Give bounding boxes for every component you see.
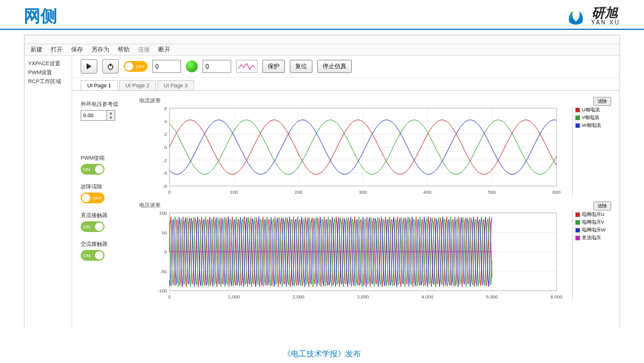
logo-icon: [565, 5, 587, 27]
legend-item: 电网电压V: [575, 218, 611, 226]
sparkline-icon[interactable]: [236, 60, 257, 73]
svg-text:2,000: 2,000: [292, 294, 305, 300]
svg-text:4: 4: [164, 119, 167, 124]
status-led: [186, 60, 198, 72]
svg-text:0: 0: [164, 249, 167, 255]
brand-en: YAN XU: [591, 20, 621, 26]
svg-text:4,000: 4,000: [421, 294, 434, 300]
svg-text:-6: -6: [162, 184, 167, 189]
svg-text:500: 500: [488, 190, 496, 195]
footer-text: 《电工技术学报》发布: [0, 349, 644, 359]
current-chart: 电流波形 0100200300400500600-6-4-20246 清除 U相…: [139, 97, 611, 198]
spinner-down-icon[interactable]: ▼: [107, 115, 115, 120]
svg-text:6,000: 6,000: [550, 294, 563, 300]
ref-voltage-label: 外环电压参考值: [81, 100, 132, 108]
sidebar-item-rcp[interactable]: RCP工作区域: [28, 77, 68, 86]
svg-text:3,000: 3,000: [357, 294, 369, 300]
voltage-clear-button[interactable]: 清除: [593, 202, 611, 211]
play-button[interactable]: [81, 59, 97, 74]
legend-item: V相电流: [575, 114, 611, 121]
svg-text:300: 300: [359, 190, 367, 195]
svg-text:200: 200: [295, 190, 303, 195]
pwm-enable-toggle[interactable]: ON: [81, 164, 105, 175]
power-button[interactable]: [102, 59, 119, 74]
protect-button[interactable]: 保护: [262, 60, 285, 73]
legend-item: 电网电压W: [575, 226, 611, 234]
menu-new[interactable]: 新建: [30, 45, 42, 54]
pwm-enable-label: PWM使能: [81, 154, 132, 162]
voltage-chart-title: 电压波形: [139, 202, 573, 209]
toolbar-num2[interactable]: 0: [203, 60, 231, 73]
sidebar: YXPACE设置 PWM设置 RCP工作区域: [24, 56, 72, 328]
window-titlebar: [24, 35, 620, 44]
legend-item: 直流电压: [575, 234, 611, 242]
svg-point-0: [571, 12, 573, 14]
toolbar: OFF 0 0 保护 复位 停止仿真: [72, 56, 620, 78]
svg-text:0: 0: [168, 190, 171, 195]
current-chart-title: 电流波形: [139, 97, 573, 105]
ref-voltage-input[interactable]: ▲▼: [81, 110, 115, 121]
sidebar-item-pwm[interactable]: PWM设置: [28, 68, 68, 77]
svg-text:400: 400: [424, 190, 432, 195]
menu-open[interactable]: 打开: [51, 45, 63, 54]
tab-page1[interactable]: UI Page 1: [81, 80, 118, 90]
legend-item: 电网电压U: [575, 211, 611, 218]
menu-saveas[interactable]: 另存为: [91, 45, 109, 54]
reset-button[interactable]: 复位: [290, 60, 312, 73]
svg-text:6: 6: [164, 106, 167, 111]
svg-text:100: 100: [230, 190, 238, 195]
menu-help[interactable]: 帮助: [118, 45, 130, 54]
app-window: 新建 打开 保存 另存为 帮助 连接 断开 YXPACE设置 PWM设置 RCP…: [24, 35, 620, 328]
dc-contactor-toggle[interactable]: ON: [81, 221, 105, 232]
brand-logo: 研旭 YAN XU: [565, 5, 621, 27]
fault-clear-toggle[interactable]: OFF: [81, 193, 105, 203]
tab-page3[interactable]: UI Page 3: [157, 80, 194, 90]
legend-item: U相电流: [575, 106, 611, 114]
page-title: 网侧: [24, 5, 57, 28]
spinner-up-icon[interactable]: ▲: [107, 111, 115, 115]
svg-text:-4: -4: [162, 170, 167, 176]
ac-contactor-label: 交流接触器: [81, 240, 132, 248]
menubar: 新建 打开 保存 另存为 帮助 连接 断开: [24, 44, 620, 56]
ref-voltage-field[interactable]: [81, 111, 106, 120]
menu-save[interactable]: 保存: [71, 45, 83, 54]
svg-text:-100: -100: [157, 288, 167, 294]
voltage-chart: 电压波形 01,0002,0003,0004,0005,0006,000-100…: [139, 202, 611, 303]
svg-text:50: 50: [162, 230, 167, 236]
svg-text:-2: -2: [162, 158, 167, 163]
toolbar-num1[interactable]: 0: [152, 60, 181, 73]
current-clear-button[interactable]: 清除: [593, 97, 611, 106]
svg-text:600: 600: [553, 190, 561, 195]
toolbar-toggle[interactable]: OFF: [124, 61, 148, 72]
svg-text:100: 100: [159, 211, 167, 216]
svg-text:1,000: 1,000: [228, 294, 240, 300]
svg-text:0: 0: [164, 145, 167, 150]
menu-connect[interactable]: 连接: [138, 45, 150, 54]
fault-clear-label: 故障清除: [81, 183, 132, 191]
svg-text:0: 0: [168, 294, 171, 300]
dc-contactor-label: 直流接触器: [81, 212, 132, 219]
stop-sim-button[interactable]: 停止仿真: [317, 60, 352, 73]
sidebar-item-yxpace[interactable]: YXPACE设置: [28, 59, 68, 68]
tabs: UI Page 1 UI Page 2 UI Page 3: [72, 78, 620, 90]
ac-contactor-toggle[interactable]: ON: [81, 250, 105, 261]
svg-text:2: 2: [164, 132, 167, 137]
tab-page2[interactable]: UI Page 2: [119, 80, 156, 90]
svg-text:5,000: 5,000: [486, 294, 498, 300]
svg-text:-50: -50: [160, 269, 167, 274]
menu-disconnect[interactable]: 断开: [158, 45, 170, 54]
legend-item: W相电流: [575, 121, 611, 129]
brand-cn: 研旭: [591, 7, 621, 20]
control-panel: 外环电压参考值 ▲▼ PWM使能 ON 故障清除 OFF: [81, 97, 132, 322]
